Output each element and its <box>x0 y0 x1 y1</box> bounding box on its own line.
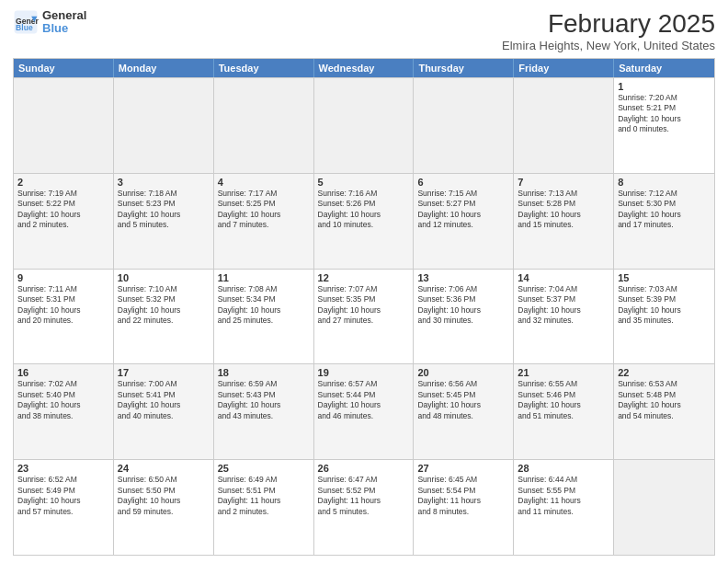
cell-number: 28 <box>518 463 609 474</box>
cell-3-1: 9Sunrise: 7:11 AM Sunset: 5:31 PM Daylig… <box>14 270 114 364</box>
cell-number: 19 <box>318 367 410 378</box>
cell-5-6: 28Sunrise: 6:44 AM Sunset: 5:55 PM Dayli… <box>514 460 614 555</box>
cell-info: Sunrise: 7:00 AM Sunset: 5:41 PM Dayligh… <box>118 379 210 421</box>
cell-2-1: 2Sunrise: 7:19 AM Sunset: 5:22 PM Daylig… <box>14 174 114 269</box>
cell-number: 18 <box>218 367 310 378</box>
cell-2-7: 8Sunrise: 7:12 AM Sunset: 5:30 PM Daylig… <box>614 174 714 269</box>
cell-number: 2 <box>17 177 109 188</box>
week-5: 23Sunrise: 6:52 AM Sunset: 5:49 PM Dayli… <box>14 459 714 555</box>
cell-number: 26 <box>318 463 410 474</box>
cell-info: Sunrise: 7:12 AM Sunset: 5:30 PM Dayligh… <box>618 189 711 231</box>
cell-2-2: 3Sunrise: 7:18 AM Sunset: 5:23 PM Daylig… <box>114 174 214 269</box>
cell-info: Sunrise: 6:45 AM Sunset: 5:54 PM Dayligh… <box>417 475 509 517</box>
cell-info: Sunrise: 7:15 AM Sunset: 5:27 PM Dayligh… <box>417 189 509 231</box>
cell-1-4 <box>314 78 415 173</box>
cell-number: 4 <box>218 177 310 188</box>
cell-number: 9 <box>17 272 109 283</box>
cell-3-4: 12Sunrise: 7:07 AM Sunset: 5:35 PM Dayli… <box>314 270 415 364</box>
cell-2-3: 4Sunrise: 7:17 AM Sunset: 5:25 PM Daylig… <box>214 174 314 269</box>
cell-number: 10 <box>118 272 210 283</box>
cell-info: Sunrise: 7:10 AM Sunset: 5:32 PM Dayligh… <box>118 284 210 327</box>
header: General Blue General Blue February 2025 … <box>13 9 715 52</box>
cell-3-7: 15Sunrise: 7:03 AM Sunset: 5:39 PM Dayli… <box>614 270 714 364</box>
cell-3-2: 10Sunrise: 7:10 AM Sunset: 5:32 PM Dayli… <box>114 270 214 364</box>
month-title: February 2025 <box>502 9 715 39</box>
day-header-tuesday: Tuesday <box>214 59 314 77</box>
cell-2-4: 5Sunrise: 7:16 AM Sunset: 5:26 PM Daylig… <box>314 174 415 269</box>
week-3: 9Sunrise: 7:11 AM Sunset: 5:31 PM Daylig… <box>14 269 714 364</box>
day-header-thursday: Thursday <box>414 59 514 77</box>
title-block: February 2025 Elmira Heights, New York, … <box>502 9 715 52</box>
weeks-container: 1Sunrise: 7:20 AM Sunset: 5:21 PM Daylig… <box>14 77 714 555</box>
cell-info: Sunrise: 7:19 AM Sunset: 5:22 PM Dayligh… <box>17 189 109 231</box>
day-header-sunday: Sunday <box>14 59 114 77</box>
cell-info: Sunrise: 6:44 AM Sunset: 5:55 PM Dayligh… <box>518 475 609 517</box>
cell-number: 15 <box>618 272 711 283</box>
day-headers: SundayMondayTuesdayWednesdayThursdayFrid… <box>14 59 714 77</box>
location: Elmira Heights, New York, United States <box>502 39 715 52</box>
svg-text:Blue: Blue <box>16 24 33 33</box>
cell-5-1: 23Sunrise: 6:52 AM Sunset: 5:49 PM Dayli… <box>14 460 114 555</box>
cell-2-6: 7Sunrise: 7:13 AM Sunset: 5:28 PM Daylig… <box>514 174 614 269</box>
cell-number: 20 <box>417 367 509 378</box>
cell-number: 23 <box>17 463 109 474</box>
cell-info: Sunrise: 7:13 AM Sunset: 5:28 PM Dayligh… <box>518 189 609 231</box>
cell-4-4: 19Sunrise: 6:57 AM Sunset: 5:44 PM Dayli… <box>314 364 415 459</box>
cell-5-5: 27Sunrise: 6:45 AM Sunset: 5:54 PM Dayli… <box>414 460 514 555</box>
logo-text: General Blue <box>42 9 86 36</box>
cell-number: 3 <box>118 177 210 188</box>
cell-number: 6 <box>417 177 509 188</box>
cell-number: 22 <box>618 367 711 378</box>
cell-number: 11 <box>218 272 310 283</box>
cell-3-3: 11Sunrise: 7:08 AM Sunset: 5:34 PM Dayli… <box>214 270 314 364</box>
cell-5-2: 24Sunrise: 6:50 AM Sunset: 5:50 PM Dayli… <box>114 460 214 555</box>
cell-number: 17 <box>118 367 210 378</box>
week-1: 1Sunrise: 7:20 AM Sunset: 5:21 PM Daylig… <box>14 77 714 173</box>
cell-number: 5 <box>318 177 410 188</box>
cell-1-5 <box>414 78 514 173</box>
cell-5-7 <box>614 460 714 555</box>
day-header-wednesday: Wednesday <box>314 59 415 77</box>
cell-number: 25 <box>218 463 310 474</box>
cell-2-5: 6Sunrise: 7:15 AM Sunset: 5:27 PM Daylig… <box>414 174 514 269</box>
cell-1-3 <box>214 78 314 173</box>
cell-info: Sunrise: 6:47 AM Sunset: 5:52 PM Dayligh… <box>318 475 410 517</box>
cell-info: Sunrise: 7:02 AM Sunset: 5:40 PM Dayligh… <box>17 379 109 421</box>
day-header-monday: Monday <box>114 59 214 77</box>
calendar: SundayMondayTuesdayWednesdayThursdayFrid… <box>13 58 715 556</box>
page: General Blue General Blue February 2025 … <box>0 0 728 563</box>
cell-number: 21 <box>518 367 609 378</box>
logo-icon: General Blue <box>13 9 39 35</box>
cell-info: Sunrise: 7:04 AM Sunset: 5:37 PM Dayligh… <box>518 284 609 327</box>
cell-number: 1 <box>618 81 711 92</box>
week-4: 16Sunrise: 7:02 AM Sunset: 5:40 PM Dayli… <box>14 363 714 459</box>
cell-1-6 <box>514 78 614 173</box>
cell-info: Sunrise: 6:50 AM Sunset: 5:50 PM Dayligh… <box>118 475 210 517</box>
cell-4-6: 21Sunrise: 6:55 AM Sunset: 5:46 PM Dayli… <box>514 364 614 459</box>
cell-info: Sunrise: 7:06 AM Sunset: 5:36 PM Dayligh… <box>417 284 509 327</box>
cell-4-2: 17Sunrise: 7:00 AM Sunset: 5:41 PM Dayli… <box>114 364 214 459</box>
cell-number: 27 <box>417 463 509 474</box>
cell-5-3: 25Sunrise: 6:49 AM Sunset: 5:51 PM Dayli… <box>214 460 314 555</box>
cell-info: Sunrise: 6:52 AM Sunset: 5:49 PM Dayligh… <box>17 475 109 517</box>
cell-info: Sunrise: 6:53 AM Sunset: 5:48 PM Dayligh… <box>618 379 711 421</box>
cell-info: Sunrise: 6:59 AM Sunset: 5:43 PM Dayligh… <box>218 379 310 421</box>
cell-3-6: 14Sunrise: 7:04 AM Sunset: 5:37 PM Dayli… <box>514 270 614 364</box>
cell-info: Sunrise: 6:55 AM Sunset: 5:46 PM Dayligh… <box>518 379 609 421</box>
cell-number: 8 <box>618 177 711 188</box>
cell-number: 13 <box>417 272 509 283</box>
cell-info: Sunrise: 6:56 AM Sunset: 5:45 PM Dayligh… <box>417 379 509 421</box>
logo: General Blue General Blue <box>13 9 86 36</box>
day-header-saturday: Saturday <box>614 59 714 77</box>
cell-3-5: 13Sunrise: 7:06 AM Sunset: 5:36 PM Dayli… <box>414 270 514 364</box>
cell-info: Sunrise: 7:07 AM Sunset: 5:35 PM Dayligh… <box>318 284 410 327</box>
cell-number: 7 <box>518 177 609 188</box>
week-2: 2Sunrise: 7:19 AM Sunset: 5:22 PM Daylig… <box>14 173 714 269</box>
cell-number: 14 <box>518 272 609 283</box>
cell-4-3: 18Sunrise: 6:59 AM Sunset: 5:43 PM Dayli… <box>214 364 314 459</box>
day-header-friday: Friday <box>514 59 614 77</box>
cell-number: 16 <box>17 367 109 378</box>
cell-info: Sunrise: 7:20 AM Sunset: 5:21 PM Dayligh… <box>618 93 711 135</box>
cell-info: Sunrise: 7:16 AM Sunset: 5:26 PM Dayligh… <box>318 189 410 231</box>
cell-4-7: 22Sunrise: 6:53 AM Sunset: 5:48 PM Dayli… <box>614 364 714 459</box>
